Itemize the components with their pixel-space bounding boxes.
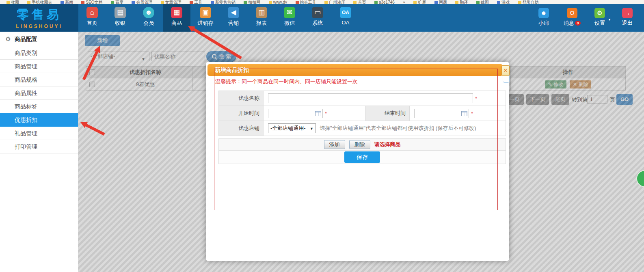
nav-item-system[interactable]: ▭ 系统 — [304, 4, 331, 32]
bookmark-item[interactable]: 收藏 — [6, 0, 19, 4]
bookmark-item[interactable]: 百度 — [111, 0, 123, 4]
bookmark-item[interactable]: 新闻 — [61, 0, 73, 4]
form-row-store: 优惠店铺 -全部店铺通用- ▼ 选择"全部店铺通用"代表全部店铺都可使用该折扣 … — [219, 121, 506, 136]
sidebar-title: ⚙商品配置 — [0, 32, 78, 46]
store-select[interactable]: -全部店铺通用- ▼ — [268, 123, 316, 133]
bookmark-item[interactable]: 新零售营销 — [211, 0, 236, 4]
gear-icon: ⚙ — [594, 8, 605, 18]
bookmark-item[interactable]: 登录自助 — [518, 0, 539, 4]
message-count-badge: 0 — [575, 21, 581, 26]
nav-item-goods[interactable]: ▦ 商品 — [163, 4, 190, 32]
modal-close-button[interactable]: ✕ — [501, 65, 510, 76]
nav-item-inventory[interactable]: ▣ 进销存 — [192, 4, 219, 32]
calendar-icon[interactable] — [315, 111, 321, 116]
bookmarks-overflow-chevron[interactable]: » — [403, 0, 405, 4]
wechat-icon: ✉ — [284, 7, 295, 18]
sidebar-item-print-management[interactable]: 打印管理 — [0, 140, 78, 153]
favicon — [161, 1, 164, 4]
bookmark-item[interactable]: a3e1746 — [374, 0, 395, 4]
report-icon: ▥ — [256, 7, 267, 18]
required-asterisk: * — [325, 110, 327, 117]
brand-logo[interactable]: 零售易 LINGSHOUYI — [0, 4, 78, 32]
nav-messages-button[interactable]: Ω 消息0 — [560, 4, 584, 32]
bookmark-item[interactable]: SEO文档 — [81, 0, 102, 4]
modal-form: 优惠名称 * 开始时间 * 结束时间 — [218, 91, 506, 136]
add-product-button[interactable]: 添加 — [324, 140, 345, 149]
product-actions-row: 添加 删除 请选择商品 — [218, 138, 506, 151]
select-product-hint: 请选择商品 — [374, 141, 401, 148]
bookmark-item[interactable]: 广州液压 — [324, 0, 345, 4]
logout-icon: → — [622, 8, 633, 18]
bookmark-item[interactable]: 站长工具 — [296, 0, 316, 4]
modal-corner-tab — [503, 76, 510, 83]
top-navbar: 零售易 LINGSHOUYI ⌂ 首页 ▤ 收银 ☻ 会员 ▦ 商品 ▣ 进销存… — [0, 4, 644, 32]
nav-user-button[interactable]: ☻ 小邱 — [532, 4, 556, 32]
bookmark-item[interactable]: 拍拍网 — [244, 0, 260, 4]
bookmark-item[interactable]: 手机收藏夹 — [27, 0, 52, 4]
nav-item-home[interactable]: ⌂ 首页 — [78, 4, 106, 32]
favicon — [374, 1, 378, 4]
nav-item-wechat[interactable]: ✉ 微信 — [276, 4, 303, 32]
discount-name-field[interactable] — [268, 93, 473, 103]
bookmark-item[interactable]: 工具 — [190, 0, 202, 4]
form-row-dates: 开始时间 * 结束时间 * — [219, 106, 506, 121]
bookmark-item[interactable]: 截图 — [476, 0, 489, 4]
bookmark-item[interactable]: www.dy — [269, 0, 287, 4]
required-asterisk: * — [475, 95, 477, 101]
sidebar: ⚙商品配置 商品类别 商品管理 商品规格 商品属性 商品标签 优惠折扣 礼品管理… — [0, 32, 78, 272]
bookmark-item[interactable]: 文章管理 — [161, 0, 182, 4]
bookmark-item[interactable]: 网课 — [434, 0, 447, 4]
sidebar-item-goods-management[interactable]: 商品管理 — [0, 60, 78, 73]
start-date-label: 开始时间 — [219, 106, 264, 121]
favicon — [27, 1, 30, 4]
favicon — [324, 1, 328, 4]
bookmark-item[interactable]: 扩展 — [413, 0, 426, 4]
favicon — [476, 1, 480, 4]
favicon — [211, 1, 214, 4]
modal-warning-text: 温馨提示：同一个商品在同一时间内、同一店铺只能设置一次 — [215, 78, 358, 85]
save-row: 保存 — [218, 151, 506, 164]
bookmark-item[interactable]: 翻译 — [455, 0, 468, 4]
brand-title: 零售易 — [0, 6, 78, 23]
bookmark-item[interactable]: 首页 — [353, 0, 366, 4]
sidebar-item-goods-attribute[interactable]: 商品属性 — [0, 86, 78, 100]
nav-logout-button[interactable]: → 退出 — [615, 4, 640, 32]
store-select-hint: 选择"全部店铺通用"代表全部店铺都可使用该折扣 (保存后不可修改) — [320, 125, 476, 132]
end-date-field[interactable] — [414, 109, 469, 118]
nav-settings-button[interactable]: ⚙ ▼ 设置 — [588, 4, 612, 32]
sidebar-item-discount[interactable]: 优惠折扣 — [0, 113, 78, 127]
sidebar-item-goods-category[interactable]: 商品类别 — [0, 46, 78, 60]
nav-item-member[interactable]: ☻ 会员 — [135, 4, 162, 32]
modal-title: 新增商品折扣 — [207, 64, 503, 76]
nav-item-oa[interactable]: OA OA — [332, 4, 359, 32]
nav-item-marketing[interactable]: ◀ 营销 — [220, 4, 247, 32]
inventory-icon: ▣ — [200, 7, 211, 18]
bookmark-item[interactable]: 游戏 — [497, 0, 510, 4]
browser-bookmarks-bar: 收藏 手机收藏夹 新闻 SEO文档 百度 会员管理 文章管理 工具 新零售营销 … — [0, 0, 644, 4]
sidebar-item-goods-spec[interactable]: 商品规格 — [0, 73, 78, 86]
member-icon: ☻ — [143, 7, 154, 18]
favicon — [61, 1, 64, 4]
bookmark-item[interactable]: 会员管理 — [132, 0, 152, 4]
system-icon: ▭ — [312, 7, 323, 18]
favicon — [296, 1, 299, 4]
required-asterisk: * — [471, 110, 473, 117]
sidebar-item-goods-tag[interactable]: 商品标签 — [0, 100, 78, 113]
sidebar-item-gift-management[interactable]: 礼品管理 — [0, 127, 78, 140]
goods-icon: ▦ — [171, 7, 182, 18]
favicon — [190, 1, 193, 4]
favicon — [132, 1, 135, 4]
store-field-label: 优惠店铺 — [219, 121, 264, 136]
oa-icon: OA — [340, 7, 351, 18]
calendar-icon[interactable] — [461, 111, 467, 116]
home-icon: ⌂ — [86, 7, 98, 18]
favicon — [497, 1, 500, 4]
favicon — [81, 1, 84, 4]
nav-item-cashier[interactable]: ▤ 收银 — [106, 4, 134, 32]
favicon — [518, 1, 521, 4]
start-date-field[interactable] — [268, 109, 323, 118]
remove-product-button[interactable]: 删除 — [349, 140, 370, 149]
brand-subtitle: LINGSHOUYI — [0, 24, 78, 29]
save-button[interactable]: 保存 — [344, 151, 380, 163]
nav-item-report[interactable]: ▥ 报表 — [248, 4, 275, 32]
